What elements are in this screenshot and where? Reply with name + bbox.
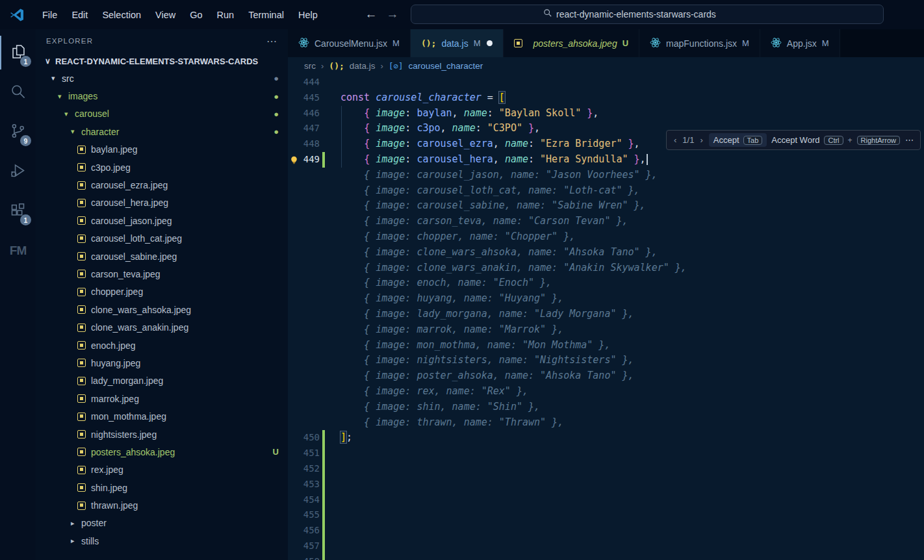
ghost-code-line[interactable]: { image: lady_morgana, name: "Lady Morga… (288, 307, 924, 322)
file-item-c3po.jpeg[interactable]: c3po.jpeg (36, 159, 288, 176)
file-item-carousel_ezra.jpeg[interactable]: carousel_ezra.jpeg (36, 176, 288, 194)
tab-carouselmenu.jsx[interactable]: CarouselMenu.jsxM (288, 29, 411, 57)
tab-git-badge: M (474, 38, 481, 48)
code-line[interactable]: 445const carousel_character = [ (288, 90, 924, 106)
menu-go[interactable]: Go (183, 7, 209, 23)
ghost-code-line[interactable]: { image: clone_wars_anakin, name: "Anaki… (288, 261, 924, 276)
code-line[interactable]: 458 (288, 554, 924, 560)
folder-item-character[interactable]: ▾character● (36, 123, 288, 140)
file-item-carousel_jason.jpeg[interactable]: carousel_jason.jpeg (36, 212, 288, 229)
file-item-rex.jpeg[interactable]: rex.jpeg (36, 461, 288, 479)
ghost-code-line[interactable]: { image: poster_ahsoka, name: "Ahsoka Ta… (288, 368, 924, 384)
source-control-activity-button[interactable]: 9 (0, 115, 36, 149)
menu-selection[interactable]: Selection (95, 7, 148, 23)
file-item-chopper.jpeg[interactable]: chopper.jpeg (36, 283, 288, 301)
gutter-space (320, 477, 340, 492)
folder-item-images[interactable]: ▾images● (36, 87, 288, 105)
run-debug-activity-button[interactable] (0, 155, 36, 188)
menu-terminal[interactable]: Terminal (241, 7, 291, 23)
file-item-baylan.jpeg[interactable]: baylan.jpeg (36, 141, 288, 159)
ghost-code-line[interactable]: { image: huyang, name: "Huyang" }, (288, 291, 924, 307)
vscode-logo-icon (9, 7, 25, 23)
tree-item-label: c3po.jpeg (91, 162, 131, 173)
line-content: { image: thrawn, name: "Thrawn" }, (340, 415, 563, 431)
file-item-marrok.jpeg[interactable]: marrok.jpeg (36, 390, 288, 407)
accept-button[interactable]: Accept Tab (709, 133, 767, 147)
file-item-mon_mothma.jpeg[interactable]: mon_mothma.jpeg (36, 407, 288, 425)
folder-item-stills[interactable]: ▸stills (36, 532, 288, 550)
tab-mapfunctions.jsx[interactable]: mapFunctions.jsxM (639, 29, 760, 57)
code-line[interactable]: 446 { image: baylan, name: "Baylan Skoll… (288, 106, 924, 121)
file-item-carousel_hera.jpeg[interactable]: carousel_hera.jpeg (36, 194, 288, 212)
file-item-carson_teva.jpeg[interactable]: carson_teva.jpeg (36, 265, 288, 283)
search-input[interactable] (556, 9, 751, 19)
ghost-code-line[interactable]: { image: carousel_jason, name: "Jason Vo… (288, 168, 924, 183)
fm-activity-button[interactable]: FM (0, 234, 36, 268)
code-line[interactable]: 451 (288, 446, 924, 461)
folder-item-react-dynamic-elements-starwars-cards[interactable]: ∨REACT-DYNAMIC-ELEMENTS-STARWARS-CARDS (36, 53, 288, 70)
file-item-nightsisters.jpeg[interactable]: nightsisters.jpeg (36, 426, 288, 443)
ghost-code-line[interactable]: { image: carousel_sabine, name: "Sabine … (288, 198, 924, 214)
ghost-code-line[interactable]: { image: carson_teva, name: "Carson Teva… (288, 214, 924, 229)
folder-item-src[interactable]: ▾src● (36, 70, 288, 87)
tree-item-label: clone_wars_anakin.jpeg (91, 322, 188, 333)
code-line[interactable]: 457 (288, 539, 924, 554)
ghost-code-line[interactable]: { image: marrok, name: "Marrok" }, (288, 322, 924, 338)
extensions-activity-button[interactable]: 1 (0, 194, 36, 228)
ghost-code-line[interactable]: { image: thrawn, name: "Thrawn" }, (288, 415, 924, 431)
menu-edit[interactable]: Edit (64, 7, 95, 23)
breadcrumb-file[interactable]: data.js (350, 61, 376, 71)
image-file-icon (77, 288, 86, 296)
folder-item-poster[interactable]: ▸poster (36, 515, 288, 532)
line-number: 448 (288, 136, 320, 152)
code-line[interactable]: 452 (288, 461, 924, 477)
file-item-huyang.jpeg[interactable]: huyang.jpeg (36, 354, 288, 372)
suggestion-more-icon[interactable]: ⋯ (905, 135, 914, 145)
ghost-code-line[interactable]: { image: rex, name: "Rex" }, (288, 384, 924, 400)
ghost-code-line[interactable]: { image: enoch, name: "Enoch" }, (288, 275, 924, 291)
ghost-code-line[interactable]: { image: carousel_loth_cat, name: "Loth-… (288, 183, 924, 199)
tab-app.jsx[interactable]: App.jsxM (760, 29, 840, 57)
command-center-search[interactable] (411, 5, 884, 24)
next-suggestion-button[interactable]: › (699, 135, 704, 145)
previous-suggestion-button[interactable]: ‹ (673, 135, 678, 145)
file-item-lady_morgan.jpeg[interactable]: lady_morgan.jpeg (36, 372, 288, 390)
folder-item-carousel[interactable]: ▾carousel● (36, 105, 288, 123)
accept-word-button[interactable]: Accept Word (771, 135, 819, 145)
file-item-clone_wars_anakin.jpeg[interactable]: clone_wars_anakin.jpeg (36, 318, 288, 336)
code-line[interactable]: 450]; (288, 430, 924, 446)
file-item-thrawn.jpeg[interactable]: thrawn.jpeg (36, 496, 288, 514)
tab-posters_ahsoka.jpeg[interactable]: posters_ahsoka.jpegU (504, 29, 639, 57)
forward-button[interactable]: → (383, 5, 402, 23)
file-item-posters_ahsoka.jpeg[interactable]: posters_ahsoka.jpegU (36, 443, 288, 461)
code-line[interactable]: 444 (288, 75, 924, 90)
code-line[interactable]: 453 (288, 477, 924, 492)
file-item-clone_wars_ahsoka.jpeg[interactable]: clone_wars_ahsoka.jpeg (36, 301, 288, 318)
explorer-more-actions-icon[interactable]: ⋯ (266, 35, 277, 47)
back-button[interactable]: ← (362, 5, 380, 23)
menu-help[interactable]: Help (291, 7, 325, 23)
code-line[interactable]: 456 (288, 523, 924, 539)
breadcrumb-src[interactable]: src (304, 61, 316, 71)
ghost-code-line[interactable]: { image: clone_wars_ahsoka, name: "Ahsok… (288, 245, 924, 261)
code-line[interactable]: 454 (288, 492, 924, 508)
line-content: { image: marrok, name: "Marrok" }, (340, 322, 563, 338)
menu-run[interactable]: Run (210, 7, 242, 23)
menu-file[interactable]: File (35, 7, 64, 23)
code-line[interactable]: 455 (288, 507, 924, 523)
ghost-code-line[interactable]: { image: chopper, name: "Chopper" }, (288, 229, 924, 245)
ghost-code-line[interactable]: { image: mon_mothma, name: "Mon Mothma" … (288, 338, 924, 353)
search-activity-button[interactable] (0, 75, 36, 109)
file-item-carousel_loth_cat.jpeg[interactable]: carousel_loth_cat.jpeg (36, 230, 288, 248)
tab-data.js[interactable]: ();data.jsM (411, 29, 504, 57)
plus-sign: + (848, 136, 853, 145)
file-item-enoch.jpeg[interactable]: enoch.jpeg (36, 337, 288, 354)
breadcrumb-symbol[interactable]: carousel_character (409, 61, 483, 71)
menu-view[interactable]: View (148, 7, 183, 23)
code-line[interactable]: 449 { image: carousel_hera, name: "Hera … (288, 152, 924, 168)
file-item-shin.jpeg[interactable]: shin.jpeg (36, 479, 288, 496)
file-item-carousel_sabine.jpeg[interactable]: carousel_sabine.jpeg (36, 248, 288, 265)
ghost-code-line[interactable]: { image: shin, name: "Shin" }, (288, 400, 924, 415)
ghost-code-line[interactable]: { image: nightsisters, name: "Nightsiste… (288, 353, 924, 368)
explorer-activity-button[interactable]: 1 (0, 36, 36, 70)
